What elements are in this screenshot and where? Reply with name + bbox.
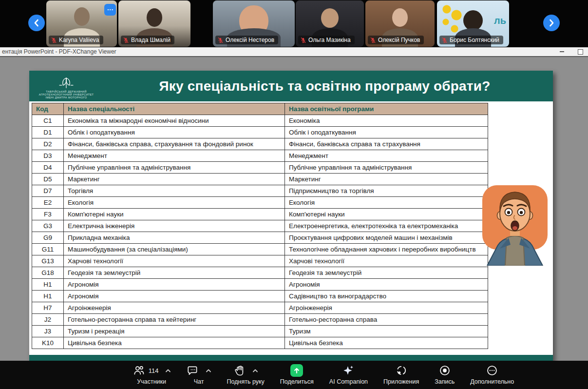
- table-row: D1 Облік і оподаткування Облік і оподатк…: [32, 127, 488, 138]
- more-button[interactable]: Дополнительно: [470, 364, 514, 385]
- table-row: G13 Харчові технології Харчові технологі…: [32, 255, 488, 267]
- cell-code: J3: [32, 326, 64, 337]
- cell-program: Агроінженерія: [285, 302, 488, 314]
- pdf-viewer-titlebar: ентація PowerPoint - PDF-XChange Viewer: [0, 47, 588, 57]
- cell-code: D1: [32, 127, 64, 138]
- minimize-icon: [560, 51, 564, 52]
- chevron-up-icon: [206, 369, 211, 373]
- raise-hand-button[interactable]: Поднять руку: [227, 364, 265, 385]
- participant-tile[interactable]: Олексій Пучков: [365, 0, 435, 47]
- chat-icon: [187, 364, 199, 377]
- cell-specialty: Комп'ютерні науки: [64, 209, 285, 220]
- muted-mic-icon: [123, 37, 129, 43]
- participant-name-tag: Олексій Пучков: [368, 36, 424, 44]
- meeting-toolbar: 114 Участники: [0, 361, 588, 389]
- cell-specialty: Менеджмент: [64, 150, 285, 162]
- chat-menu-chevron[interactable]: [206, 369, 211, 373]
- university-logo: ТАВРІЙСЬКИЙ ДЕРЖАВНИЙ АГРОТЕХНОЛОГІЧНИЙ …: [29, 73, 103, 99]
- cell-program: Готельно-ресторанна справа: [285, 314, 488, 326]
- cell-code: H1: [32, 279, 64, 291]
- participant-tile[interactable]: Влада Шмалій: [118, 0, 190, 47]
- participant-name-tag: Karyna Valiieva: [49, 36, 103, 44]
- muted-mic-icon: [370, 37, 376, 43]
- cell-program: Технологічне обладнання харчових і перер…: [285, 244, 488, 255]
- table-row: G18 Геодезія та землеустрій Геодезія та …: [32, 267, 488, 279]
- raise-hand-label: Поднять руку: [227, 378, 265, 385]
- apps-button[interactable]: Приложения: [383, 364, 419, 385]
- table-row: E2 Екологія Екологія: [32, 197, 488, 209]
- header-code: Код: [32, 103, 64, 115]
- cell-code: J2: [32, 314, 64, 326]
- table-row: J2 Готельно-ресторанна справа та кейтери…: [32, 314, 488, 326]
- specialties-table: Код Назва спеціальності Назва освітньої …: [32, 103, 488, 349]
- participants-button[interactable]: 114 Участники: [133, 364, 171, 385]
- muted-mic-icon: [441, 37, 448, 43]
- chevron-right-icon: [548, 19, 555, 27]
- chevron-left-icon: [33, 19, 40, 27]
- cell-specialty: Прикладна механіка: [64, 232, 285, 244]
- cell-specialty: Агроінженерія: [64, 302, 285, 314]
- cell-specialty: Облік і оподаткування: [64, 127, 285, 138]
- table-header-row: Код Назва спеціальності Назва освітньої …: [32, 103, 488, 115]
- window-title: ентація PowerPoint - PDF-XChange Viewer: [0, 48, 116, 55]
- cell-specialty: Економіка та міжнародні економічні відно…: [64, 115, 285, 127]
- table-row: H1 Агрономія Агрономія: [32, 279, 488, 291]
- table-row: G11 Машинобудування (за спеціалізаціями)…: [32, 244, 488, 255]
- participant-tile[interactable]: Олексій Нестеров: [213, 0, 295, 47]
- ai-companion-button[interactable]: AI Companion: [329, 364, 368, 385]
- table-row: D4 Публічне управління та адмініструванн…: [32, 162, 488, 174]
- cell-program: Туризм: [285, 326, 488, 337]
- cell-code: G3: [32, 220, 64, 232]
- cell-program: Маркетинг: [285, 174, 488, 185]
- minimize-button[interactable]: [558, 48, 566, 56]
- cell-specialty: Агрономія: [64, 291, 285, 302]
- next-participants-button[interactable]: [543, 15, 560, 31]
- cell-specialty: Геодезія та землеустрій: [64, 267, 285, 279]
- table-row: J3 Туризм і рекреація Туризм: [32, 326, 488, 337]
- cell-specialty: Маркетинг: [64, 174, 285, 185]
- surprised-man-illustration: [478, 171, 551, 266]
- cell-specialty: Торгівля: [64, 185, 285, 197]
- participant-name: Борис Болтянский: [450, 37, 499, 43]
- cell-code: D2: [32, 138, 64, 150]
- participants-menu-chevron[interactable]: [165, 369, 171, 373]
- prev-participants-button[interactable]: [28, 15, 45, 31]
- table-row: G3 Електрична інженерія Електроенергетик…: [32, 220, 488, 232]
- cell-specialty: Екологія: [64, 197, 285, 209]
- cell-program: Економіка: [285, 115, 488, 127]
- table-row: D5 Маркетинг Маркетинг: [32, 174, 488, 185]
- participant-more-button[interactable]: ···: [104, 4, 116, 16]
- muted-mic-icon: [51, 37, 57, 43]
- participant-name: Karyna Valiieva: [59, 37, 99, 43]
- participant-tile[interactable]: Ольга Мазикіна: [296, 0, 364, 47]
- apps-label: Приложения: [383, 378, 419, 385]
- table-row: D7 Торгівля Підприємництво та торгівля: [32, 185, 488, 197]
- header-specialty: Назва спеціальності: [64, 103, 285, 115]
- more-label: Дополнительно: [470, 378, 514, 385]
- share-button[interactable]: Поделиться: [280, 364, 314, 385]
- raise-hand-menu-chevron[interactable]: [252, 369, 258, 373]
- record-button[interactable]: Запись: [435, 364, 455, 385]
- leaf-logo-icon: [58, 74, 75, 90]
- table-row: D3 Менеджмент Менеджмент: [32, 150, 488, 162]
- chat-label: Чат: [194, 378, 204, 385]
- share-label: Поделиться: [280, 378, 314, 385]
- cell-program: Менеджмент: [285, 150, 488, 162]
- header-program: Назва освітньої програми: [285, 103, 488, 115]
- table-row: H7 Агроінженерія Агроінженерія: [32, 302, 488, 314]
- participant-name: Влада Шмалій: [131, 37, 171, 43]
- chat-button[interactable]: Чат: [187, 364, 211, 385]
- participant-tile[interactable]: ль Борис Болтянский: [437, 0, 509, 47]
- table-row: F3 Комп'ютерні науки Комп'ютерні науки: [32, 209, 488, 220]
- cell-program: Геодезія та землеустрій: [285, 267, 488, 279]
- participant-name-tag: Ольга Мазикіна: [298, 36, 355, 44]
- maximize-button[interactable]: [576, 48, 584, 56]
- participants-count: 114: [149, 367, 159, 374]
- cell-program: Екологія: [285, 197, 488, 209]
- cell-code: K10: [32, 337, 64, 349]
- chevron-up-icon: [252, 369, 258, 373]
- cell-program: Фінанси, банківська справа та страхуванн…: [285, 138, 488, 150]
- up-arrow-icon: [293, 367, 301, 374]
- cell-program: Садівництво та виноградарство: [285, 291, 488, 302]
- cell-program: Електроенергетика, електротехніка та еле…: [285, 220, 488, 232]
